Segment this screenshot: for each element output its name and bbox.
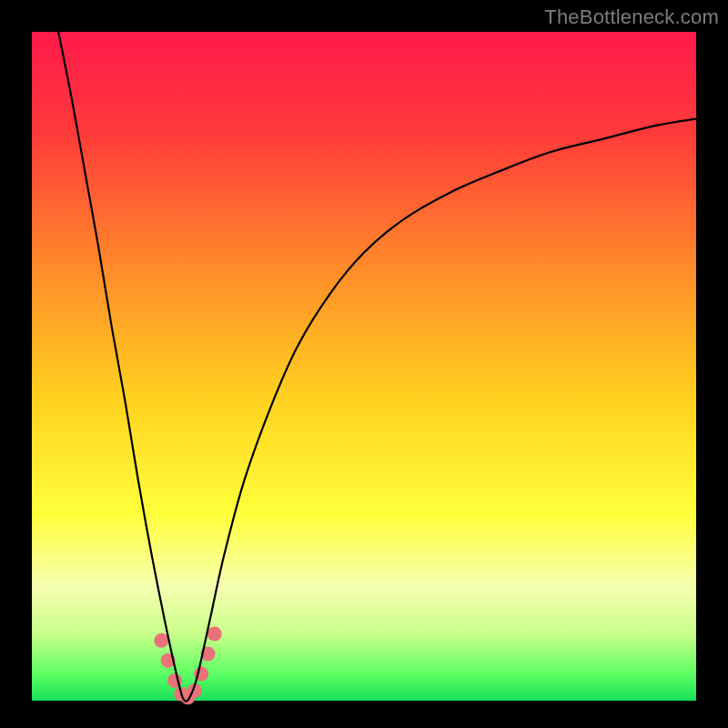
bottleneck-chart [0,0,728,728]
curve-marker [154,633,168,648]
curve-marker [207,627,222,642]
plot-background [32,32,696,701]
chart-frame: TheBottleneck.com [0,0,728,728]
